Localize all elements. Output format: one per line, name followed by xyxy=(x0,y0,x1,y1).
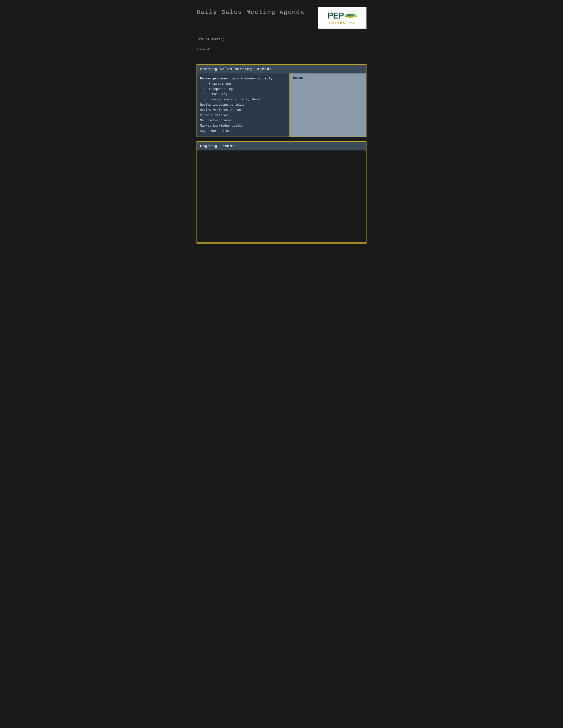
bullet-telephone-text: Telephone log xyxy=(209,87,233,91)
page-title: Daily Sales Meeting Agenda xyxy=(196,9,305,16)
logo-automotive-text: AUTOMOTIVE xyxy=(330,21,355,24)
bullet-email-text: E-mail log xyxy=(209,92,227,96)
bullet-salesperson: » Salesperson's activity sheet xyxy=(200,97,287,102)
notes-label: Notes: xyxy=(293,76,363,80)
ongoing-items-title: Ongoing Items: xyxy=(200,144,235,148)
bullet-telephone: » Telephone log xyxy=(200,87,287,92)
morning-agenda-header: Morning Sales Meeting: Agenda xyxy=(197,65,366,73)
bullet-showroom: » Showroom log xyxy=(200,81,287,87)
ongoing-items-body xyxy=(197,150,366,243)
bullet-marker-3: » xyxy=(203,92,205,96)
meta-section: Date of Meeting: Present: xyxy=(196,38,367,51)
morning-agenda-title: Morning Sales Meeting: Agenda xyxy=(200,67,272,71)
morning-agenda-left: Review previous day's business activity:… xyxy=(197,73,290,137)
any-other-business: Any other business xyxy=(200,129,287,134)
bullet-showroom-text: Showroom log xyxy=(209,82,231,86)
bullet-email: » E-mail log xyxy=(200,92,287,97)
logo-pep-area: PEP xyxy=(328,11,357,21)
ongoing-items-table: Ongoing Items: xyxy=(196,141,367,244)
ongoing-items-header: Ongoing Items: xyxy=(197,142,366,150)
bullet-marker-1: » xyxy=(203,82,205,86)
wave-olive-icon xyxy=(345,16,357,18)
page: Daily Sales Meeting Agenda PEP AUTOMOTIV… xyxy=(196,7,367,249)
wave-green-icon xyxy=(345,14,357,16)
logo-box: PEP AUTOMOTIVE xyxy=(318,7,367,29)
morning-agenda-table: Morning Sales Meeting: Agenda Review pre… xyxy=(196,64,367,137)
review-incoming: Review incoming vehicles xyxy=(200,102,287,108)
logo-waves xyxy=(345,14,357,18)
header-section: Daily Sales Meeting Agenda PEP AUTOMOTIV… xyxy=(196,7,367,29)
date-of-meeting-label: Date of Meeting: xyxy=(196,38,367,41)
review-vehicles-wanted: Review vehicles wanted xyxy=(200,108,287,113)
vehicle-display: Vehicle display xyxy=(200,113,287,118)
morning-agenda-body: Review previous day's business activity:… xyxy=(197,73,366,137)
market-knowledge-update: Market knowledge update xyxy=(200,123,287,129)
review-header: Review previous day's business activity: xyxy=(200,76,287,81)
manufacturer-news: Manufacturer news xyxy=(200,118,287,123)
bullet-marker-2: » xyxy=(203,87,205,91)
present-label: Present: xyxy=(196,48,367,51)
bullet-marker-4: » xyxy=(203,98,205,101)
bullet-salesperson-text: Salesperson's activity sheet xyxy=(209,98,260,101)
logo-pep-text: PEP xyxy=(328,11,344,21)
morning-agenda-notes: Notes: xyxy=(290,73,366,137)
